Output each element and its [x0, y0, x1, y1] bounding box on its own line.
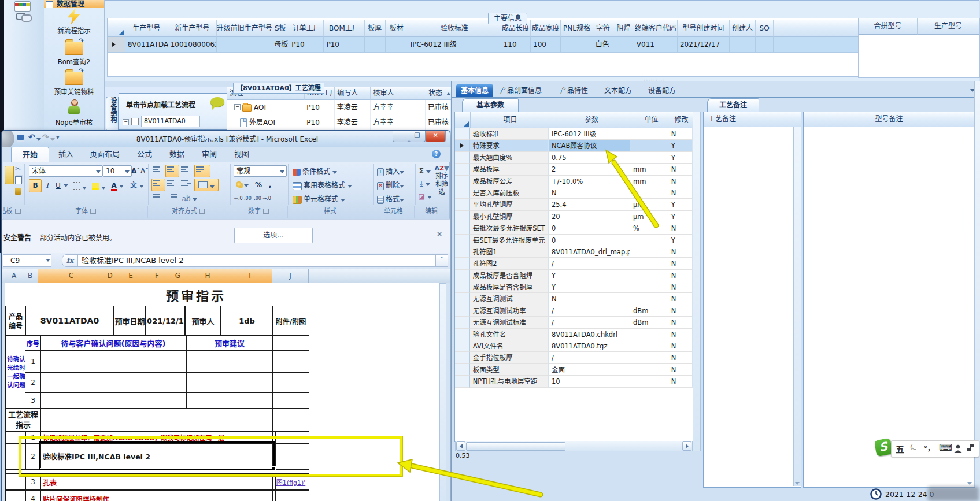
column-header-item[interactable]: 项目 [471, 112, 550, 128]
process-row-text[interactable]: 贴片间保证阻焊桥制作 [40, 489, 276, 501]
merge-center-button[interactable] [194, 179, 219, 191]
tab-device-recipe[interactable]: 设备配方 [644, 84, 681, 97]
param-row[interactable]: 成品板厚是否含阻焊YN [455, 270, 693, 281]
font-size-select[interactable]: 10 [103, 165, 132, 177]
confirm-q-cell[interactable] [40, 372, 187, 393]
reviewer-label[interactable]: 预审人 [184, 306, 221, 336]
confirm-s-cell[interactable] [186, 350, 273, 373]
param-row[interactable]: 成品板厚公差+/-10.0%mmN [455, 176, 693, 187]
confirm-a-cell[interactable] [272, 372, 309, 393]
column-header[interactable]: 型号创建时间 [678, 20, 730, 37]
minimize-button[interactable]: — [393, 131, 409, 142]
col-J[interactable]: J [272, 269, 309, 283]
col-I[interactable]: I [227, 269, 273, 284]
column-header[interactable]: 终端客户代码 [634, 20, 678, 37]
param-row[interactable]: 最小孔壁铜厚20μmY [455, 211, 693, 222]
maximize-button[interactable]: ❐ [409, 131, 426, 142]
options-button[interactable]: 选项... [234, 228, 313, 243]
scroll-left-icon[interactable] [456, 441, 465, 451]
name-box-dropdown-icon[interactable] [46, 259, 50, 262]
grid-icon[interactable] [14, 1, 31, 12]
product-no-label[interactable]: 产品编号 [5, 306, 26, 336]
attachment-label[interactable]: 附件/附图 [272, 306, 309, 336]
redo-icon[interactable]: ↷ [42, 132, 49, 142]
col-G[interactable]: G [168, 269, 188, 284]
column-header[interactable]: 验收标准 [408, 20, 501, 37]
dialog-launcher-icon[interactable] [90, 209, 96, 214]
column-header-modified[interactable]: 修改 [670, 112, 693, 128]
process-row[interactable]: 外层AOIP10李凌云方幸幸已审核 [227, 115, 451, 130]
underline-button[interactable]: U [53, 179, 64, 192]
keyboard-icon[interactable]: ⌨ [939, 442, 952, 453]
fill-color-button[interactable] [90, 179, 108, 192]
param-row[interactable]: 成品板厚是否含铜厚YN [455, 281, 693, 293]
ime-mode-label[interactable]: 五 [896, 443, 904, 455]
fill-button[interactable]: ⤓ [417, 177, 432, 189]
formula-input[interactable]: 验收标准IPC III,NCAB level 2 [77, 254, 437, 267]
col-A[interactable]: A [5, 269, 23, 283]
align-bottom-button[interactable] [179, 165, 193, 177]
checkbox[interactable] [131, 118, 139, 125]
param-row[interactable]: 板面类型金面N [455, 364, 693, 376]
table-row[interactable]: 8V011ATDA010010800063957母板P10P10IPC-6012… [108, 37, 859, 53]
column-header[interactable]: 升级前旧生产型号 [217, 20, 272, 37]
sidebar-item-key-material[interactable]: 预审关键物料 [44, 68, 104, 98]
insert-cells-button[interactable]: +插入 [377, 166, 413, 178]
decrease-decimal-button[interactable]: .00 →.0 [253, 192, 272, 205]
comma-button[interactable]: , [265, 179, 275, 191]
align-middle-button[interactable] [165, 165, 179, 177]
conditional-format-button[interactable]: 条件格式 [293, 166, 371, 178]
tab-product-traits[interactable]: 产品特性 [556, 84, 593, 97]
close-security-icon[interactable]: × [437, 230, 442, 238]
side-vertical-tab[interactable]: 设备结构 [106, 97, 119, 131]
column-header-status[interactable]: 状态 [426, 87, 446, 100]
col-E[interactable]: E [115, 269, 147, 284]
sidebar-item-new-flow[interactable]: 新流程指示 [44, 8, 104, 37]
column-header-writer[interactable]: 编写人 [335, 87, 371, 100]
column-header[interactable]: BOM工厂 [324, 20, 364, 37]
scroll-up-icon[interactable] [446, 87, 451, 100]
ribbon-tab-view[interactable]: 视图 [227, 147, 256, 162]
percent-button[interactable]: % [252, 179, 265, 191]
process-row[interactable]: −AOIP10李凌云方幸幸已审核 [227, 100, 451, 115]
tab-text-recipe[interactable]: 文本配方 [600, 84, 637, 97]
format-painter-icon[interactable] [15, 188, 21, 195]
column-header-auditor[interactable]: 核审人 [371, 87, 426, 100]
delete-cells-button[interactable]: ✕删除 [377, 180, 413, 192]
close-button[interactable]: ✕ [425, 131, 446, 142]
ribbon-tab-formulas[interactable]: 公式 [130, 147, 159, 162]
figure-link[interactable]: 图1(fig1)' [276, 477, 306, 487]
tab-profile-info[interactable]: 产品剖面信息 [495, 84, 546, 97]
param-row[interactable]: 验孔文件名8V011ATDA0.chkdrlN [455, 329, 693, 340]
review-date-label[interactable]: 预审日期 [113, 306, 146, 336]
moon-icon[interactable]: ☾ [908, 441, 920, 454]
ime-toolbar[interactable]: S 五 ☾ °， ⌨ [875, 439, 979, 457]
param-row[interactable]: 金手指位板厚/N [455, 352, 693, 363]
confirm-q-cell[interactable] [40, 350, 187, 373]
col-D[interactable]: D [105, 269, 116, 284]
person-icon[interactable] [954, 444, 962, 453]
format-cells-button[interactable]: 格式 [377, 194, 413, 206]
sidebar-item-bom-query[interactable]: Bom查询2 [44, 38, 104, 67]
param-row[interactable]: 每SET最多允许报废单元0Y [455, 235, 693, 246]
scroll-thumb[interactable] [466, 442, 565, 451]
ribbon-tab-home[interactable]: 开始 [11, 147, 49, 162]
column-header[interactable]: 字符 [593, 20, 614, 37]
wrap-text-button[interactable] [194, 165, 210, 177]
font-color-button[interactable]: A [109, 179, 126, 192]
process-side-label[interactable]: 工艺流程指示 [5, 408, 41, 432]
collapse-icon[interactable]: − [234, 104, 241, 110]
attach-header-empty[interactable] [272, 335, 309, 351]
product-no-value[interactable]: 8V011ATDA0 [25, 306, 114, 336]
param-row[interactable]: 无源互调测试NN [455, 293, 693, 305]
param-vscrollbar[interactable] [693, 112, 701, 451]
sheet-vscrollbar[interactable] [439, 283, 446, 501]
param-row[interactable]: 成品板厚2mmN [455, 164, 693, 175]
toolbox-icon[interactable] [967, 444, 974, 451]
subtab-basic-params[interactable]: 基本参数 [462, 98, 519, 112]
column-header-merge-model[interactable]: 合拼型号 [859, 18, 918, 35]
clear-button[interactable]: ◪ [417, 190, 432, 202]
subtab-process-notes[interactable]: 工艺备注 [707, 98, 759, 112]
splitter-dots[interactable]: ········· [644, 77, 665, 83]
punctuation-icon[interactable]: °， [924, 443, 934, 452]
